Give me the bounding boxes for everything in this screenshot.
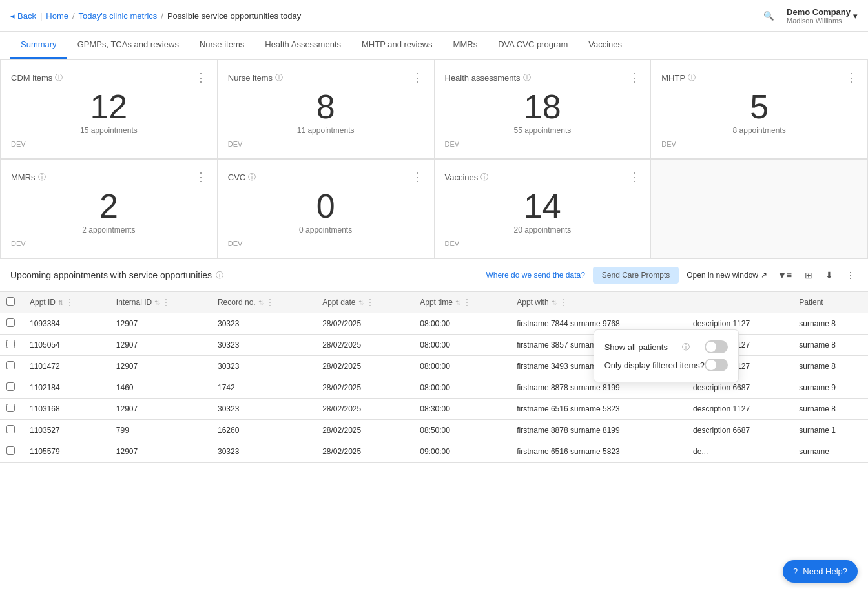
th-desc [687, 292, 792, 313]
mhtp-info-icon[interactable]: ⓘ [688, 72, 696, 83]
vaccines-title: Vaccines [445, 172, 479, 182]
cdm-info-icon[interactable]: ⓘ [55, 72, 63, 83]
tab-health[interactable]: Health Assessments [254, 32, 351, 59]
cell-record-no: 30323 [211, 441, 316, 463]
sort-appt-date[interactable]: ⇅ [358, 299, 364, 306]
options-popup: Show all patients ⓘ Only display filtere… [594, 329, 739, 382]
cell-appt-time: 08:00:00 [413, 377, 510, 399]
mmrs-title: MMRs [11, 172, 36, 182]
cvc-tag: DEV [228, 240, 424, 247]
appointments-header: Upcoming appointments with service oppor… [0, 259, 868, 292]
cdm-menu-icon[interactable]: ⋮ [195, 70, 207, 85]
th-internal-id: Internal ID ⇅ ⋮ [110, 292, 211, 313]
download-icon-button[interactable]: ⬇ [823, 267, 836, 283]
tab-summary[interactable]: Summary [10, 32, 67, 59]
cell-desc: de... [687, 441, 792, 463]
th-patient: Patient [792, 292, 868, 313]
row-checkbox-2[interactable] [6, 361, 15, 369]
menu-appt-date[interactable]: ⋮ [366, 298, 374, 307]
menu-internal-id[interactable]: ⋮ [162, 298, 170, 307]
cell-internal-id: 12907 [110, 441, 211, 463]
health-appointments: 55 appointments [445, 126, 641, 135]
card-mmrs: MMRs ⓘ ⋮ 2 2 appointments DEV [1, 160, 218, 258]
health-info-icon[interactable]: ⓘ [523, 72, 531, 83]
tab-bar: Summary GPMPs, TCAs and reviews Nurse it… [0, 32, 868, 59]
select-all-checkbox[interactable] [6, 297, 15, 306]
table-header-row: Appt ID ⇅ ⋮ Internal ID ⇅ ⋮ [0, 292, 868, 313]
sort-appt-id[interactable]: ⇅ [58, 299, 63, 306]
back-button[interactable]: ◂ Back [10, 11, 36, 21]
mhtp-appointments: 8 appointments [661, 126, 857, 135]
tab-dva[interactable]: DVA CVC program [488, 32, 578, 59]
menu-appt-with[interactable]: ⋮ [559, 298, 567, 307]
row-checkbox-5[interactable] [6, 425, 15, 433]
health-menu-icon[interactable]: ⋮ [628, 70, 640, 85]
tab-nurse[interactable]: Nurse items [189, 32, 254, 59]
sort-appt-time[interactable]: ⇅ [455, 299, 460, 306]
vaccines-info-icon[interactable]: ⓘ [480, 172, 488, 183]
show-all-info-icon[interactable]: ⓘ [682, 342, 690, 353]
cell-record-no: 30323 [211, 335, 316, 356]
health-tag: DEV [445, 140, 641, 148]
cvc-info-icon[interactable]: ⓘ [248, 172, 256, 183]
columns-icon-button[interactable]: ⊞ [802, 267, 815, 283]
cell-record-no: 30323 [211, 313, 316, 335]
row-checkbox-4[interactable] [6, 404, 15, 412]
filtered-toggle[interactable] [705, 359, 728, 371]
user-menu[interactable]: Demo Company Madison Williams ▾ [787, 7, 858, 25]
row-checkbox-1[interactable] [6, 340, 15, 348]
cell-appt-date: 28/02/2025 [316, 420, 413, 441]
health-title: Health assessments [445, 73, 521, 83]
sort-internal-id[interactable]: ⇅ [154, 299, 160, 306]
row-checkbox-0[interactable] [6, 318, 15, 327]
sort-appt-with[interactable]: ⇅ [552, 299, 557, 306]
cell-internal-id: 1460 [110, 377, 211, 399]
breadcrumb-current: Possible service opportunities today [167, 11, 301, 21]
tab-mmrs[interactable]: MMRs [443, 32, 488, 59]
cell-patient: surname 8 [792, 313, 868, 335]
card-nurse: Nurse items ⓘ ⋮ 8 11 appointments DEV [218, 60, 435, 159]
user-name: Madison Williams [787, 17, 851, 25]
cvc-number: 0 [228, 189, 424, 223]
filter-icon-button[interactable]: ▼≡ [775, 267, 794, 283]
more-options-button[interactable]: ⋮ [843, 267, 858, 283]
cell-record-no: 16260 [211, 420, 316, 441]
search-button[interactable]: 🔍 [758, 5, 779, 26]
show-all-toggle[interactable] [705, 340, 728, 353]
sort-record-no[interactable]: ⇅ [258, 299, 264, 306]
cell-appt-time: 08:00:00 [413, 313, 510, 335]
mhtp-menu-icon[interactable]: ⋮ [845, 70, 857, 85]
vaccines-menu-icon[interactable]: ⋮ [628, 170, 640, 184]
tab-vaccines[interactable]: Vaccines [578, 32, 632, 59]
open-new-window-button[interactable]: Open in new window ↗ [687, 271, 767, 280]
mmrs-info-icon[interactable]: ⓘ [38, 172, 46, 183]
cell-desc: description 6687 [687, 420, 792, 441]
cell-patient: surname 8 [792, 356, 868, 377]
nurse-number: 8 [228, 90, 424, 123]
metrics-row-1: CDM items ⓘ ⋮ 12 15 appointments DEV Nur… [0, 59, 868, 159]
cell-appt-date: 28/02/2025 [316, 313, 413, 335]
menu-appt-id[interactable]: ⋮ [66, 298, 74, 307]
th-appt-with: Appt with ⇅ ⋮ [510, 292, 687, 313]
menu-appt-time[interactable]: ⋮ [463, 298, 471, 307]
cdm-number: 12 [11, 90, 207, 123]
where-data-link[interactable]: Where do we send the data? [486, 271, 584, 280]
row-checkbox-6[interactable] [6, 446, 15, 455]
cell-internal-id: 12907 [110, 399, 211, 420]
cvc-menu-icon[interactable]: ⋮ [412, 170, 424, 184]
nurse-info-icon[interactable]: ⓘ [275, 72, 283, 83]
breadcrumb-clinic[interactable]: Today's clinic metrics [79, 11, 158, 21]
mhtp-number: 5 [661, 90, 857, 123]
breadcrumb-home[interactable]: Home [46, 11, 68, 21]
tab-gpmps[interactable]: GPMPs, TCAs and reviews [67, 32, 189, 59]
send-care-prompts-button[interactable]: Send Care Prompts [593, 267, 679, 284]
nurse-menu-icon[interactable]: ⋮ [412, 70, 424, 85]
cell-appt-id: 1103168 [23, 399, 110, 420]
appointments-info-icon[interactable]: ⓘ [216, 270, 223, 281]
company-name: Demo Company [787, 7, 851, 17]
row-checkbox-3[interactable] [6, 382, 15, 391]
tab-mhtp[interactable]: MHTP and reviews [351, 32, 443, 59]
mmrs-menu-icon[interactable]: ⋮ [195, 170, 207, 184]
card-vaccines: Vaccines ⓘ ⋮ 14 20 appointments DEV [435, 160, 652, 258]
menu-record-no[interactable]: ⋮ [266, 298, 274, 307]
